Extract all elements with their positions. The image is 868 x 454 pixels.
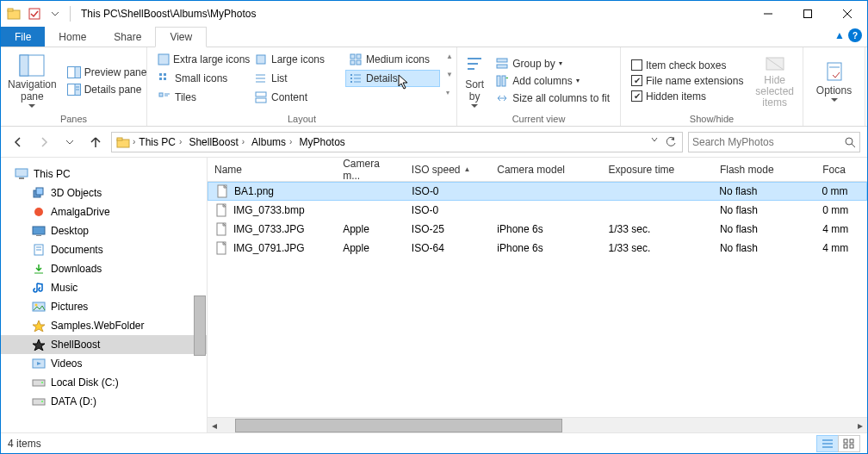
file-name: BA1.png [234,185,274,197]
layout-scroll-down[interactable]: ▼ [446,71,453,78]
breadcrumb-dropdown[interactable] [648,136,661,143]
status-bar: 4 items [1,432,867,453]
tree-this-pc[interactable]: This PC [1,165,207,183]
svg-rect-83 [844,445,847,448]
hide-selected-items-button[interactable]: Hide selected items [753,51,796,110]
tree-item-icon [32,281,46,295]
tree-item[interactable]: Samples.WebFolder [1,316,207,335]
navigation-tree[interactable]: This PC 3D ObjectsAmalgaDriveDesktopDocu… [1,158,208,432]
navigation-pane-button[interactable]: Navigation pane [8,51,57,110]
extra-large-icons-button[interactable]: Extra large icons [154,51,251,68]
tree-item[interactable]: Desktop [1,221,207,240]
layout-scroll-up[interactable]: ▲ [446,53,453,60]
maximize-button[interactable] [788,1,828,27]
file-name-extensions-toggle[interactable]: ✔File name extensions [628,74,747,88]
scroll-right-button[interactable]: ▸ [853,419,867,432]
qat-properties-button[interactable] [25,4,44,23]
tree-item[interactable]: Documents [1,240,207,259]
preview-pane-button[interactable]: Preview pane [64,65,151,80]
svg-rect-1 [8,9,13,11]
file-row[interactable]: IMG_0791.JPGAppleISO-64iPhone 6s1/33 sec… [208,239,867,258]
breadcrumb-seg[interactable]: ShellBoost› [185,133,248,152]
sort-asc-icon: ▲ [464,165,471,173]
file-row[interactable]: IMG_0733.JPGAppleISO-25iPhone 6s1/33 sec… [208,220,867,239]
tree-item[interactable]: 3D Objects [1,183,207,202]
forward-button[interactable] [34,132,54,152]
item-check-boxes-toggle[interactable]: Item check boxes [628,59,747,72]
breadcrumb[interactable]: › This PC› ShellBoost› Albums› MyPhotos [111,132,683,152]
up-button[interactable] [85,132,106,152]
large-icons-button[interactable]: Large icons [251,51,345,68]
sort-by-button[interactable]: Sort by [464,51,485,110]
tree-item-label: DATA (D:) [51,395,96,407]
medium-icons-button[interactable]: Medium icons [345,51,440,68]
list-button[interactable]: List [251,70,345,87]
horizontal-scrollbar[interactable]: ◂ ▸ [208,417,867,432]
scroll-thumb[interactable] [235,419,562,432]
ribbon-tabs: File Home Share View ▲ ? [1,27,867,47]
svg-rect-16 [257,55,265,64]
scroll-left-button[interactable]: ◂ [208,419,221,432]
column-camera-maker[interactable]: Camera m... [336,158,405,181]
details-view-mode-button[interactable] [816,435,839,452]
tree-item[interactable]: Downloads [1,259,207,278]
size-all-columns-button[interactable]: Size all columns to fit [492,90,613,106]
content-button[interactable]: Content [251,89,345,106]
column-flash-mode[interactable]: Flash mode [713,158,815,181]
column-iso-speed[interactable]: ISO speed▲ [405,158,490,181]
tree-item[interactable]: Music [1,278,207,297]
file-row[interactable]: BA1.pngISO-0No flash0 mm [208,182,867,201]
cell-iso: ISO-0 [405,185,490,197]
tree-item[interactable]: AmalgaDrive [1,202,207,221]
view-tab[interactable]: View [155,27,207,47]
tree-item[interactable]: ShellBoost [1,335,207,354]
search-box[interactable] [688,132,860,152]
large-icons-view-mode-button[interactable] [838,435,860,452]
hidden-items-toggle[interactable]: ✔Hidden items [628,90,747,103]
column-exposure-time[interactable]: Exposure time [602,158,713,181]
search-icon[interactable] [844,136,856,148]
tree-item-icon [32,338,46,351]
close-button[interactable] [828,1,867,27]
small-icons-button[interactable]: Small icons [154,70,251,87]
qat-dropdown-button[interactable] [46,4,65,23]
cell-exposure: 1/33 sec. [602,242,713,254]
add-columns-button[interactable]: +Add columns ▾ [492,73,613,89]
svg-rect-18 [356,54,361,59]
svg-rect-53 [117,138,122,140]
breadcrumb-seg[interactable]: MyPhotos [295,133,348,152]
column-headers: Name Camera m... ISO speed▲ Camera model… [208,158,867,182]
tree-item[interactable]: Videos [1,354,207,373]
column-focal-length[interactable]: Foca [815,158,867,181]
tiles-button[interactable]: Tiles [154,89,251,106]
column-name[interactable]: Name [208,158,336,181]
layout-expand[interactable]: ▾ [446,89,453,96]
ribbon-collapse-button[interactable]: ▲ [834,29,845,41]
group-by-button[interactable]: Group by ▾ [492,56,613,72]
details-view-button[interactable]: Details [345,70,440,87]
refresh-button[interactable] [661,136,680,148]
share-tab[interactable]: Share [100,27,155,47]
file-tab[interactable]: File [1,27,45,47]
column-camera-model[interactable]: Camera model [490,158,601,181]
recent-locations-button[interactable] [59,132,80,152]
back-button[interactable] [8,132,28,152]
file-row[interactable]: IMG_0733.bmpISO-0No flash0 mm [208,201,867,220]
tree-item[interactable]: Pictures [1,297,207,316]
help-button[interactable]: ? [848,28,862,42]
home-tab[interactable]: Home [45,27,100,47]
tree-item[interactable]: DATA (D:) [1,392,207,411]
tree-scrollbar-thumb[interactable] [194,295,206,356]
tree-item[interactable]: Local Disk (C:) [1,373,207,392]
svg-rect-84 [850,445,853,448]
search-input[interactable] [692,136,844,148]
breadcrumb-seg[interactable]: This PC› [135,133,185,152]
breadcrumb-seg[interactable]: Albums› [248,133,295,152]
cell-camera-maker: Apple [336,242,405,254]
options-button[interactable]: Options [810,51,858,110]
svg-rect-23 [159,78,162,80]
minimize-button[interactable] [748,1,788,27]
svg-rect-30 [350,78,352,79]
file-list[interactable]: BA1.pngISO-0No flash0 mmIMG_0733.bmpISO-… [208,182,867,417]
details-pane-button[interactable]: Details pane [64,82,151,97]
